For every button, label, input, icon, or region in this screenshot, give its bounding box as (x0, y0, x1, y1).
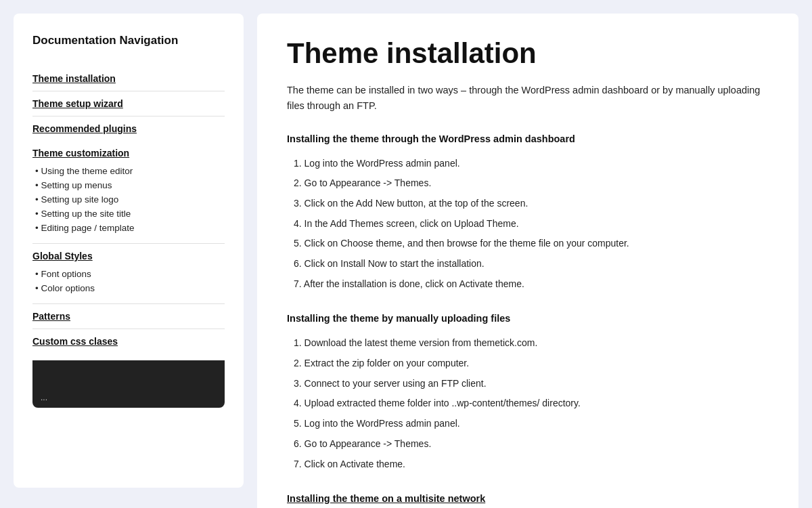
step-item: In the Add Themes screen, click on Uploa… (294, 214, 769, 234)
sidebar-sub-item-page-template[interactable]: Editing page / template (35, 221, 225, 235)
sidebar-bottom-image: ... (32, 360, 225, 408)
sidebar-section-header-customization[interactable]: Theme customization (32, 148, 225, 164)
main-content: Theme installation The theme can be inst… (257, 14, 798, 508)
section-heading-multisite: Installing the theme on a multisite netw… (287, 493, 769, 504)
section-heading-manual: Installing the theme by manually uploadi… (287, 313, 769, 324)
sidebar-item-custom-css[interactable]: Custom css clases (32, 329, 225, 354)
steps-list-admin: Log into the WordPress admin panel. Go t… (287, 154, 769, 295)
step-item: Upload extracted theme folder into ..wp-… (294, 394, 769, 414)
step-item: Go to Appearance -> Themes. (294, 173, 769, 194)
sidebar-image-caption: ... (41, 393, 47, 402)
intro-text: The theme can be installed in two ways –… (287, 83, 769, 114)
step-item: Log into the WordPress admin panel. (294, 414, 769, 434)
sidebar-title: Documentation Navigation (32, 34, 225, 47)
step-item: Click on Install Now to start the instal… (294, 254, 769, 274)
sidebar-sub-item-theme-editor[interactable]: Using the theme editor (35, 164, 225, 178)
section-heading-admin: Installing the theme through the WordPre… (287, 133, 769, 144)
sidebar-item-recommended-plugins[interactable]: Recommended plugins (32, 117, 225, 141)
sidebar-top-links: Theme installation Theme setup wizard Re… (32, 66, 225, 141)
sidebar: Documentation Navigation Theme installat… (14, 14, 244, 488)
step-item: Click on the Add New button, at the top … (294, 194, 769, 214)
steps-list-manual: Download the latest theme version from t… (287, 333, 769, 474)
sidebar-sub-item-font-options[interactable]: Font options (35, 267, 225, 281)
step-item: Go to Appearance -> Themes. (294, 434, 769, 454)
sidebar-sub-list-global-styles: Font options Color options (32, 267, 225, 295)
sidebar-sub-item-site-logo[interactable]: Setting up site logo (35, 192, 225, 207)
page-title: Theme installation (287, 38, 769, 69)
step-item: Log into the WordPress admin panel. (294, 154, 769, 174)
sidebar-sub-list-customization: Using the theme editor Setting up menus … (32, 164, 225, 235)
step-item: Connect to your server using an FTP clie… (294, 374, 769, 394)
sidebar-item-theme-setup-wizard[interactable]: Theme setup wizard (32, 91, 225, 117)
sidebar-section-header-global-styles[interactable]: Global Styles (32, 251, 225, 267)
sidebar-sub-item-color-options[interactable]: Color options (35, 281, 225, 295)
page-layout: Documentation Navigation Theme installat… (14, 14, 798, 508)
step-item: Download the latest theme version from t… (294, 333, 769, 354)
sidebar-item-patterns[interactable]: Patterns (32, 304, 225, 329)
sidebar-sub-item-site-title[interactable]: Setting up the site title (35, 207, 225, 221)
sidebar-sub-item-menus[interactable]: Setting up menus (35, 178, 225, 192)
sidebar-section-global-styles: Global Styles Font options Color options (32, 244, 225, 304)
step-item: Click on Choose theme, and then browse f… (294, 234, 769, 254)
step-item: After the installation is done, click on… (294, 274, 769, 295)
sidebar-section-theme-customization: Theme customization Using the theme edit… (32, 141, 225, 244)
step-item: Click on Activate theme. (294, 454, 769, 475)
sidebar-item-theme-installation[interactable]: Theme installation (32, 66, 225, 91)
step-item: Extract the zip folder on your computer. (294, 354, 769, 374)
